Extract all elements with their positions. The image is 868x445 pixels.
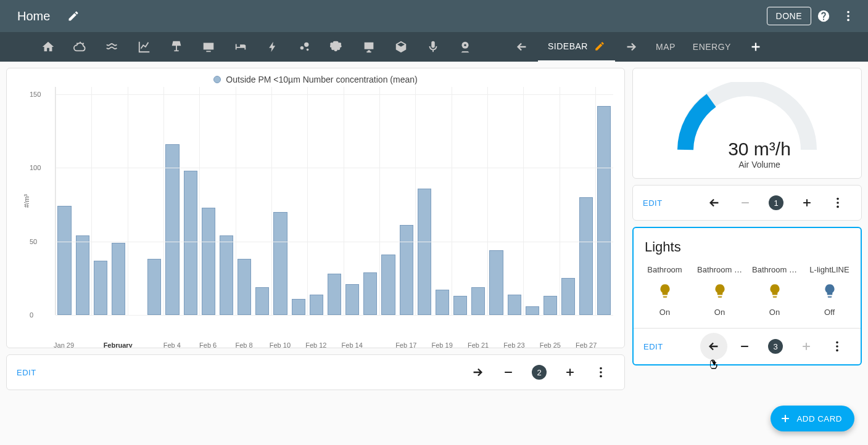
bar[interactable] xyxy=(165,144,179,315)
move-left-icon[interactable] xyxy=(701,189,728,216)
bar[interactable] xyxy=(579,197,593,315)
svg-point-7 xyxy=(464,44,466,46)
tab-desktop-icon[interactable] xyxy=(353,32,385,62)
bar[interactable] xyxy=(310,295,323,315)
tab-bubble-icon[interactable] xyxy=(289,32,321,62)
bar[interactable] xyxy=(400,225,413,315)
light-item[interactable]: BathroomOn xyxy=(640,265,690,317)
svg-point-2 xyxy=(847,19,849,22)
bar[interactable] xyxy=(238,259,251,315)
bar[interactable] xyxy=(273,212,287,315)
bar[interactable] xyxy=(112,243,125,315)
edit-button[interactable]: EDIT xyxy=(643,342,663,351)
light-name: Bathroom xyxy=(647,265,682,274)
tab-move-right-icon[interactable] xyxy=(615,32,647,62)
done-button[interactable]: DONE xyxy=(767,7,811,25)
add-card-button[interactable]: ADD CARD xyxy=(771,406,854,431)
bar[interactable] xyxy=(418,189,431,315)
tab-tv-icon[interactable] xyxy=(192,32,225,62)
help-icon[interactable] xyxy=(811,4,836,28)
svg-point-4 xyxy=(304,43,308,47)
svg-point-11 xyxy=(837,198,839,200)
svg-point-16 xyxy=(836,349,838,352)
tab-bolt-icon[interactable] xyxy=(257,32,289,62)
x-axis-label: Feb 21 xyxy=(468,341,489,348)
lights-title: Lights xyxy=(634,228,861,263)
bar[interactable] xyxy=(255,287,269,315)
tab-cube-icon[interactable] xyxy=(385,32,417,62)
legend-label: Outside PM <10µm Number concentration (m… xyxy=(226,75,417,84)
more-icon[interactable] xyxy=(824,189,851,216)
tab-bed-icon[interactable] xyxy=(225,32,257,62)
bar[interactable] xyxy=(184,171,197,315)
edit-button[interactable]: EDIT xyxy=(17,368,36,377)
edit-title-icon[interactable] xyxy=(61,4,86,28)
tab-chart-icon[interactable] xyxy=(128,32,160,62)
svg-point-0 xyxy=(847,11,849,14)
svg-point-1 xyxy=(847,15,849,17)
overflow-icon[interactable] xyxy=(836,4,861,28)
bar[interactable] xyxy=(57,206,71,315)
bar[interactable] xyxy=(292,299,305,315)
bar[interactable] xyxy=(508,295,521,315)
svg-point-8 xyxy=(600,367,602,370)
edit-button[interactable]: EDIT xyxy=(643,198,663,208)
tab-mic-icon[interactable] xyxy=(417,32,449,62)
svg-point-10 xyxy=(600,375,602,378)
page-title: Home xyxy=(17,9,50,23)
light-item[interactable]: Bathroom …On xyxy=(750,265,800,317)
bar[interactable] xyxy=(363,272,377,315)
plus-icon[interactable] xyxy=(793,189,820,216)
bar[interactable] xyxy=(76,235,89,315)
bar[interactable] xyxy=(436,290,449,315)
move-left-icon[interactable] xyxy=(700,333,727,360)
bar[interactable] xyxy=(220,235,233,315)
light-item[interactable]: L-lightLINEOff xyxy=(804,265,855,317)
x-axis-label: Feb 10 xyxy=(270,341,291,348)
x-axis-label: Feb 19 xyxy=(432,341,453,348)
bar[interactable] xyxy=(489,250,503,315)
bar[interactable] xyxy=(453,296,467,315)
plus-icon[interactable] xyxy=(556,359,584,386)
tab-sidebar[interactable]: SIDEBAR xyxy=(538,32,615,62)
gauge-card[interactable]: 30 m³/h Air Volume xyxy=(632,68,862,179)
tab-webcam-icon[interactable] xyxy=(449,32,481,62)
edit-tab-icon[interactable] xyxy=(594,41,605,52)
tab-weather-icon[interactable] xyxy=(64,32,96,62)
tab-move-left-icon[interactable] xyxy=(506,32,538,62)
position-badge: 2 xyxy=(526,359,553,386)
content: Outside PM <10µm Number concentration (m… xyxy=(0,62,868,445)
move-right-icon[interactable] xyxy=(464,359,491,386)
bar[interactable] xyxy=(345,284,359,315)
tab-map[interactable]: MAP xyxy=(647,32,684,62)
chart-edit-bar: EDIT 2 xyxy=(6,354,625,390)
bar[interactable] xyxy=(597,106,611,315)
chart-plot-area: #/m³ 050100150 xyxy=(55,87,613,315)
tab-water-icon[interactable] xyxy=(96,32,128,62)
bar[interactable] xyxy=(147,259,161,315)
minus-icon xyxy=(732,189,759,216)
more-icon[interactable] xyxy=(824,333,851,360)
bar[interactable] xyxy=(202,208,215,315)
bar[interactable] xyxy=(381,255,395,315)
bar[interactable] xyxy=(526,306,539,315)
tab-energy[interactable]: ENERGY xyxy=(684,32,740,62)
minus-icon[interactable] xyxy=(495,359,522,386)
x-axis-label: Feb 4 xyxy=(163,341,181,348)
minus-icon[interactable] xyxy=(731,333,758,360)
tab-home-icon[interactable] xyxy=(32,32,64,62)
bar[interactable] xyxy=(471,287,485,315)
tab-lamp-icon[interactable] xyxy=(160,32,192,62)
light-item[interactable]: Bathroom …On xyxy=(695,265,745,317)
bar[interactable] xyxy=(328,274,341,315)
tab-add-icon[interactable] xyxy=(740,32,772,62)
bulb-icon xyxy=(712,283,728,299)
tab-flower-icon[interactable] xyxy=(321,32,353,62)
cursor-icon xyxy=(709,359,720,370)
x-axis-label: Feb 6 xyxy=(199,341,217,348)
more-icon[interactable] xyxy=(587,359,614,386)
bar[interactable] xyxy=(94,261,107,315)
bar[interactable] xyxy=(544,296,557,315)
light-state: On xyxy=(769,308,780,317)
bar[interactable] xyxy=(561,278,575,315)
